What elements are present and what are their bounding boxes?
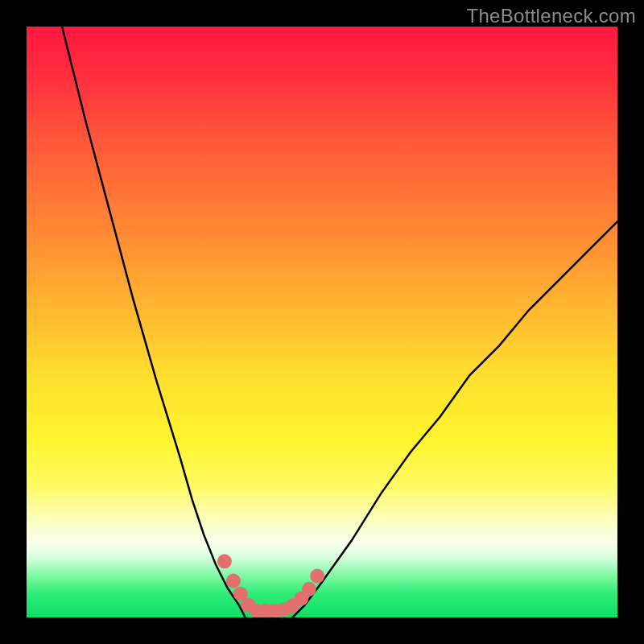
marker-dot xyxy=(310,569,324,584)
marker-dot xyxy=(226,573,241,588)
curve-right xyxy=(292,221,617,617)
plot-svg xyxy=(27,27,617,617)
chart-frame: TheBottleneck.com xyxy=(0,0,644,644)
watermark-text: TheBottleneck.com xyxy=(466,5,636,27)
marker-dot xyxy=(302,582,316,597)
plot-area xyxy=(27,27,617,617)
curve-left xyxy=(62,27,246,617)
marker-dot xyxy=(217,554,232,568)
